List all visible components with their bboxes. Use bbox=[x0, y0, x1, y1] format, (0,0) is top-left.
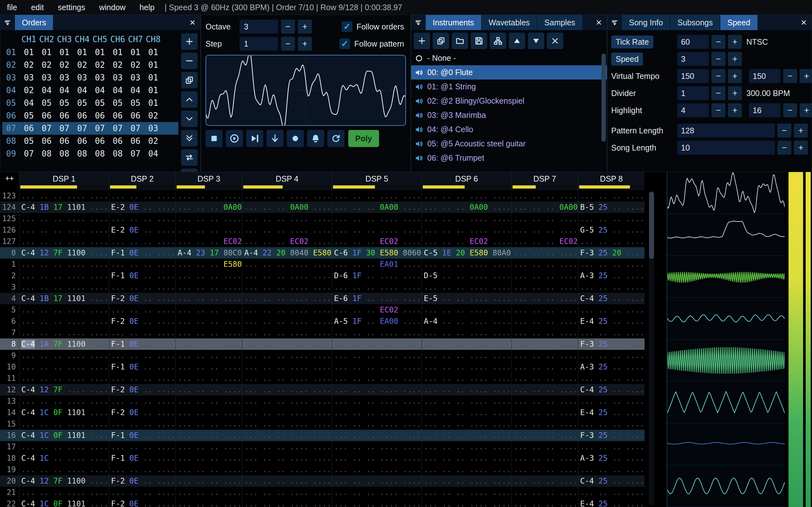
pattern-cell-ch4[interactable]: ... .. .. .... .... bbox=[242, 316, 332, 327]
pattern-cell-ch3[interactable]: ... .. .. .... bbox=[175, 487, 242, 498]
pattern-cell-ch6[interactable]: ... .. .. .... .... bbox=[421, 304, 511, 316]
pattern-cell-ch8[interactable]: C-4 25 .. .... bbox=[578, 293, 645, 304]
order-duplicate-button[interactable] bbox=[181, 72, 198, 89]
pattern-cell-ch7[interactable]: ... .. .. .... bbox=[511, 247, 578, 259]
pattern-cell-ch6[interactable]: ... .. .. .... .... bbox=[421, 384, 511, 395]
pattern-cell-ch6[interactable]: ... .. .. .... .... bbox=[421, 281, 511, 293]
pattern-cell-ch7[interactable]: ... .. .. .... bbox=[511, 259, 578, 270]
pattern-length-input[interactable]: 128 bbox=[677, 124, 775, 137]
pattern-cell-ch4[interactable]: ... .. .. .... .... bbox=[242, 338, 332, 350]
tick-rate-input[interactable]: 60 bbox=[677, 35, 709, 49]
order-cell-ch8[interactable]: 01 bbox=[144, 59, 162, 71]
pattern-cell-ch1[interactable]: ... .. .. .... .... bbox=[19, 361, 109, 373]
order-cell-ch3[interactable]: 02 bbox=[55, 59, 73, 71]
order-cell-ch7[interactable]: 02 bbox=[126, 59, 144, 71]
pattern-cell-ch2[interactable]: ... .. .. .... bbox=[109, 395, 175, 407]
order-cell-ch2[interactable]: 04 bbox=[38, 84, 55, 97]
pattern-cell-ch2[interactable]: ... .. .. .... bbox=[109, 441, 175, 452]
pattern-cell-ch7[interactable]: ... .. .. .... bbox=[511, 338, 578, 350]
order-cell-ch3[interactable]: 03 bbox=[55, 71, 73, 84]
virtual-tempo-increase-button-2[interactable]: + bbox=[800, 69, 812, 83]
instrument-organize-button[interactable] bbox=[490, 33, 506, 49]
pattern-cell-ch6[interactable]: ... .. .. .... .... bbox=[421, 373, 511, 384]
pattern-cell-ch1[interactable]: ... .. .. .... .... bbox=[19, 487, 109, 498]
order-change-all-button[interactable] bbox=[181, 149, 198, 166]
order-cell-ch7[interactable]: 06 bbox=[126, 135, 144, 147]
play-pattern-button[interactable] bbox=[246, 130, 263, 147]
pattern-cell-ch5[interactable]: ... .. .. .... .... bbox=[332, 498, 421, 507]
pattern-length-increase-button[interactable]: + bbox=[794, 124, 808, 137]
pattern-cell-ch3[interactable]: ... .. .. .... bbox=[175, 213, 242, 224]
pattern-cell-ch3[interactable]: ... .. .. .... bbox=[175, 452, 242, 464]
order-move-down-button[interactable] bbox=[181, 111, 198, 127]
pattern-cell-ch2[interactable]: E-2 0E .. .... bbox=[109, 224, 175, 236]
pattern-cell-ch8[interactable]: ... .. .. .... bbox=[578, 373, 645, 384]
pattern-cell-ch3[interactable]: ... .. .. EC02 bbox=[175, 236, 242, 247]
pattern-cell-ch2[interactable]: F-2 0E .. .... bbox=[109, 316, 175, 327]
pattern-cell-ch1[interactable]: C-4 1C .. .... .... bbox=[19, 452, 109, 464]
pattern-cell-ch6[interactable]: ... .. .. .... .... bbox=[421, 464, 511, 475]
pattern-cell-ch8[interactable]: F-3 25 20 .... bbox=[578, 247, 645, 259]
octave-increase-button[interactable]: + bbox=[298, 20, 312, 34]
pattern-cell-ch5[interactable]: ... .. .. EC02 .... bbox=[332, 304, 421, 316]
step-one-row-button[interactable] bbox=[266, 130, 284, 147]
stop-button[interactable] bbox=[206, 130, 223, 147]
pattern-cell-ch4[interactable]: ... .. .. .... .... bbox=[242, 281, 332, 293]
pattern-cell-ch2[interactable]: F-2 0E .. .... bbox=[109, 475, 175, 487]
pattern-cell-ch8[interactable]: A-3 25 .. .... bbox=[578, 452, 645, 464]
pattern-cell-ch8[interactable]: E-4 25 .. .... bbox=[578, 407, 645, 418]
pattern-cell-ch5[interactable]: ... .. .. .... .... bbox=[332, 475, 421, 487]
pattern-cell-ch4[interactable]: ... .. .. 0A00 .... bbox=[242, 202, 332, 213]
pattern-cell-ch6[interactable]: A-4 .. .. .... .... bbox=[421, 316, 511, 327]
pattern-cell-ch1[interactable]: C-4 12 7F 1100 .... bbox=[19, 247, 109, 259]
play-button[interactable] bbox=[226, 130, 243, 147]
order-cell-ch2[interactable]: 08 bbox=[38, 147, 55, 160]
pattern-cell-ch8[interactable]: F-3 25 .. .... bbox=[578, 338, 645, 350]
divider-input[interactable]: 1 bbox=[677, 86, 709, 100]
pattern-cell-ch3[interactable]: A-4 23 17 80C0 bbox=[175, 247, 242, 259]
pattern-cell-ch2[interactable]: F-1 0E .. .... bbox=[109, 270, 175, 281]
pattern-cell-ch7[interactable]: ... .. .. .... bbox=[511, 350, 578, 361]
order-cell-ch5[interactable]: 03 bbox=[91, 71, 109, 84]
pattern-cell-ch5[interactable]: ... .. .. .... .... bbox=[332, 338, 421, 350]
pattern-cell-ch4[interactable]: A-4 22 20 8040 E580 bbox=[242, 247, 332, 259]
octave-input[interactable]: 3 bbox=[240, 20, 278, 34]
menu-item-window[interactable]: window bbox=[92, 3, 132, 12]
follow-pattern-checkbox[interactable]: ✓Follow pattern bbox=[339, 38, 404, 49]
highlight-increase-button[interactable]: + bbox=[728, 103, 742, 117]
pattern-cell-ch6[interactable]: ... .. .. .... .... bbox=[421, 224, 511, 236]
order-cell-ch4[interactable]: 08 bbox=[73, 147, 91, 160]
instruments-tab-wavetables[interactable]: Wavetables bbox=[482, 15, 537, 30]
pattern-cell-ch5[interactable]: ... .. .. .... .... bbox=[332, 373, 421, 384]
order-cell-ch4[interactable]: 04 bbox=[73, 84, 91, 97]
pattern-cell-ch6[interactable]: ... .. .. .... .... bbox=[421, 213, 511, 224]
order-cell-ch5[interactable]: 04 bbox=[91, 84, 109, 97]
order-cell-ch1[interactable]: 06 bbox=[20, 122, 38, 135]
pattern-cell-ch5[interactable]: ... .. .. .... .... bbox=[332, 395, 421, 407]
pattern-cell-ch2[interactable]: ... .. .. .... bbox=[109, 213, 175, 224]
order-duplicate-end-button[interactable] bbox=[181, 130, 198, 147]
pattern-cell-ch7[interactable]: ... .. .. .... bbox=[511, 361, 578, 373]
pattern-cell-ch7[interactable]: ... .. .. .... bbox=[511, 224, 578, 236]
order-cell-ch3[interactable]: 08 bbox=[55, 147, 73, 160]
song-tab-subsongs[interactable]: Subsongs bbox=[670, 15, 720, 30]
pattern-cell-ch3[interactable]: ... .. .. .... bbox=[175, 281, 242, 293]
order-cell-ch6[interactable]: 03 bbox=[109, 71, 126, 84]
order-cell-ch1[interactable]: 05 bbox=[20, 135, 38, 147]
pattern-cell-ch3[interactable]: ... .. .. .... bbox=[175, 293, 242, 304]
order-cell-ch7[interactable]: 05 bbox=[126, 97, 144, 109]
pattern-cell-ch2[interactable]: ... .. .. .... bbox=[109, 464, 175, 475]
order-cell-ch2[interactable]: 03 bbox=[38, 71, 55, 84]
pattern-cell-ch6[interactable]: ... .. .. .... .... bbox=[421, 430, 511, 441]
pattern-cell-ch2[interactable]: F-1 0E .. .... bbox=[109, 361, 175, 373]
pattern-cell-ch1[interactable]: ... .. .. .... .... bbox=[19, 316, 109, 327]
pattern-cell-ch1[interactable]: ... .. .. .... .... bbox=[19, 259, 109, 270]
pattern-cell-ch1[interactable]: C-4 1C 0F 1101 .... bbox=[19, 430, 109, 441]
pattern-cell-ch1[interactable]: ... .. .. .... .... bbox=[19, 464, 109, 475]
pattern-cell-ch8[interactable]: A-3 25 .. .... bbox=[578, 361, 645, 373]
order-cell-ch3[interactable]: 01 bbox=[55, 46, 73, 59]
pattern-cell-ch1[interactable]: ... .. .. .... .... bbox=[19, 327, 109, 338]
pattern-cell-ch7[interactable]: ... .. .. .... bbox=[511, 464, 578, 475]
pattern-cell-ch1[interactable]: ... .. .. .... .... bbox=[19, 441, 109, 452]
song-window-menu-icon[interactable] bbox=[607, 15, 622, 30]
